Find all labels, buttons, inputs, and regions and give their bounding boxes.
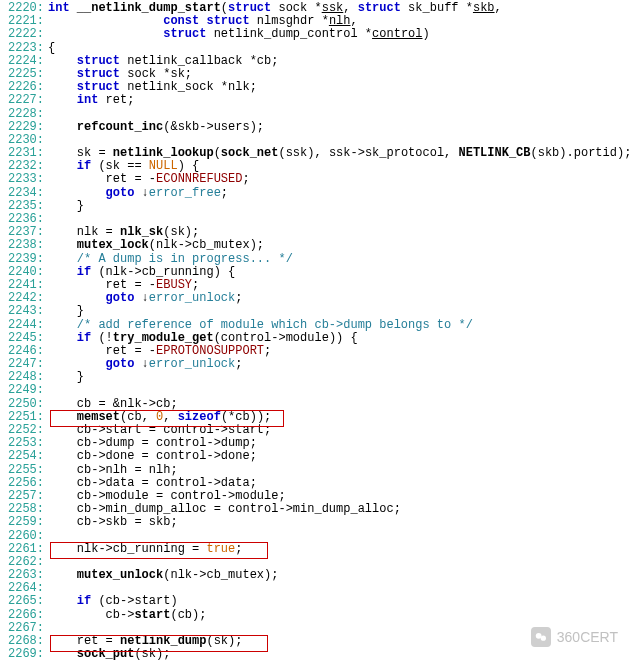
code-line: 2248: } [0, 371, 636, 384]
code-line: 2265: if (cb->start) [0, 595, 636, 608]
line-number: 2261: [0, 543, 48, 556]
wechat-icon [531, 627, 551, 647]
code-line: 2242: goto ↓error_unlock; [0, 292, 636, 305]
line-number: 2256: [0, 477, 48, 490]
code-line: 2240: if (nlk->cb_running) { [0, 266, 636, 279]
line-number: 2227: [0, 94, 48, 107]
line-number: 2266: [0, 609, 48, 622]
watermark: 360CERT [531, 627, 618, 647]
code-viewer: 2220:int __netlink_dump_start(struct soc… [0, 0, 636, 663]
code-content: } [48, 371, 84, 384]
code-line: 2234: goto ↓error_free; [0, 187, 636, 200]
code-line: 2247: goto ↓error_unlock; [0, 358, 636, 371]
code-line: 2261: nlk->cb_running = true; [0, 543, 636, 556]
code-line: 2269: sock_put(sk); [0, 648, 636, 661]
code-content: cb->start(cb); [48, 609, 206, 622]
svg-point-1 [540, 636, 545, 641]
code-line: 2227: int ret; [0, 94, 636, 107]
line-number: 2234: [0, 187, 48, 200]
code-line: 2263: mutex_unlock(nlk->cb_mutex); [0, 569, 636, 582]
line-number: 2249: [0, 384, 48, 397]
line-number: 2223: [0, 42, 48, 55]
code-content: int ret; [48, 94, 134, 107]
code-content: mutex_unlock(nlk->cb_mutex); [48, 569, 278, 582]
line-number: 2260: [0, 530, 48, 543]
watermark-text: 360CERT [557, 631, 618, 644]
code-content: refcount_inc(&skb->users); [48, 121, 264, 134]
line-number: 2229: [0, 121, 48, 134]
line-number: 2233: [0, 173, 48, 186]
line-number: 2259: [0, 516, 48, 529]
code-content: nlk->cb_running = true; [48, 543, 242, 556]
code-content: { [48, 42, 55, 55]
code-line: 2245: if (!try_module_get(control->modul… [0, 332, 636, 345]
line-number: 2224: [0, 55, 48, 68]
line-number: 2255: [0, 464, 48, 477]
code-content: sock_put(sk); [48, 648, 170, 661]
line-number: 2243: [0, 305, 48, 318]
code-line: 2266: cb->start(cb); [0, 609, 636, 622]
line-number: 2269: [0, 648, 48, 661]
line-number: 2239: [0, 253, 48, 266]
svg-point-0 [536, 633, 542, 639]
code-line: 2222: struct netlink_dump_control *contr… [0, 28, 636, 41]
line-number: 2250: [0, 398, 48, 411]
code-content: struct netlink_dump_control *control) [48, 28, 430, 41]
code-line: 2233: ret = -ECONNREFUSED; [0, 173, 636, 186]
code-content: } [48, 200, 84, 213]
line-number: 2240: [0, 266, 48, 279]
line-number: 2244: [0, 319, 48, 332]
code-line: 2259: cb->skb = skb; [0, 516, 636, 529]
line-number: 2222: [0, 28, 48, 41]
code-line: 2229: refcount_inc(&skb->users); [0, 121, 636, 134]
line-number: 2228: [0, 108, 48, 121]
line-number: 2254: [0, 450, 48, 463]
code-content: goto ↓error_free; [48, 187, 228, 200]
line-number: 2238: [0, 239, 48, 252]
code-line: 2235: } [0, 200, 636, 213]
line-number: 2265: [0, 595, 48, 608]
line-number: 2245: [0, 332, 48, 345]
code-content: cb->skb = skb; [48, 516, 178, 529]
